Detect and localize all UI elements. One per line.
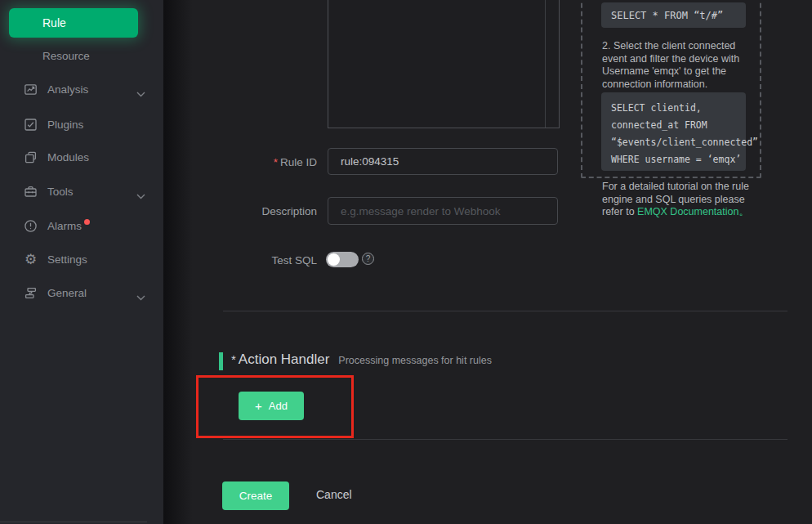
- alarm-notification-dot: [84, 219, 90, 225]
- sidebar-item-label: Rule: [42, 16, 66, 29]
- section-subtitle: Processing messages for hit rules: [338, 355, 492, 366]
- toolbox-icon: [24, 185, 38, 199]
- rule-id-label: *Rule ID: [204, 156, 317, 168]
- code-line: “$events/client_connected”: [611, 134, 746, 151]
- chevron-down-icon: [136, 291, 145, 303]
- sidebar-item-label: Resource: [42, 50, 90, 62]
- required-asterisk: *: [231, 352, 236, 366]
- sql-editor[interactable]: [328, 0, 560, 128]
- page: Rule Resource Analysis: [0, 0, 812, 524]
- sidebar-item-label: General: [47, 287, 87, 299]
- code-line: WHERE username = ‘emqx’: [611, 151, 746, 168]
- sitemap-icon: [24, 286, 38, 300]
- checkbox-icon: [24, 118, 38, 132]
- sidebar-item-alarms[interactable]: Alarms: [0, 217, 163, 235]
- section-divider: [223, 311, 787, 311]
- sql-example-1: SELECT * FROM “t/#”: [601, 2, 746, 28]
- sidebar-item-plugins[interactable]: Plugins: [0, 115, 163, 133]
- sidebar-item-modules[interactable]: Modules: [0, 148, 163, 166]
- cancel-button[interactable]: Cancel: [316, 488, 352, 501]
- section-title: Action Handler: [239, 352, 330, 368]
- plus-icon: +: [255, 399, 262, 413]
- sidebar-item-resource[interactable]: Resource: [0, 47, 163, 65]
- sidebar-item-analysis[interactable]: Analysis: [0, 80, 163, 98]
- gear-icon: ⚙: [24, 253, 38, 266]
- sidebar-item-settings[interactable]: ⚙ Settings: [0, 250, 163, 268]
- tutorial-text: For a detailed tutorial on the rule engi…: [602, 181, 759, 219]
- add-button-label: Add: [269, 400, 288, 412]
- test-sql-label: Test SQL: [204, 254, 317, 266]
- toggle-knob: [328, 253, 340, 266]
- help-icon[interactable]: ?: [362, 253, 374, 265]
- description-input[interactable]: [328, 197, 558, 225]
- sidebar-item-label: Tools: [47, 186, 74, 198]
- sql-example-2: SELECT clientid, connected_at FROM “$eve…: [601, 92, 746, 171]
- sidebar: Rule Resource Analysis: [0, 0, 163, 524]
- sql-editor-scrollbar-track[interactable]: [545, 0, 546, 128]
- help-step-2-text: 2. Select the client connected event and…: [602, 40, 757, 91]
- description-label: Description: [204, 205, 317, 217]
- sidebar-item-label: Alarms: [47, 220, 82, 232]
- sidebar-item-tools[interactable]: Tools: [0, 182, 163, 200]
- required-asterisk: *: [274, 156, 278, 168]
- chevron-down-icon: [136, 87, 145, 100]
- test-sql-toggle[interactable]: [326, 252, 359, 267]
- create-button[interactable]: Create: [222, 481, 289, 510]
- sidebar-item-label: Modules: [47, 151, 89, 163]
- emqx-documentation-link[interactable]: EMQX Documentation: [637, 206, 738, 217]
- chart-icon: [24, 83, 38, 96]
- sidebar-shadow: [163, 0, 193, 524]
- section-accent-bar: [219, 352, 223, 370]
- section-divider: [223, 439, 787, 440]
- sidebar-item-label: Settings: [47, 253, 87, 266]
- chevron-down-icon: [136, 190, 145, 202]
- action-handler-header: * Action Handler Processing messages for…: [231, 352, 492, 368]
- code-line: connected_at FROM: [611, 117, 746, 134]
- code-line: SELECT clientid,: [611, 100, 746, 117]
- alert-circle-icon: [24, 219, 38, 233]
- copy-stack-icon: [24, 150, 38, 164]
- sidebar-item-label: Analysis: [47, 83, 88, 96]
- sidebar-item-label: Plugins: [47, 119, 83, 131]
- rule-id-input[interactable]: [328, 148, 558, 175]
- sidebar-footer-divider: [0, 522, 147, 522]
- sidebar-item-rule[interactable]: Rule: [9, 8, 138, 38]
- sidebar-item-general[interactable]: General: [0, 284, 163, 302]
- add-action-button[interactable]: + Add: [239, 392, 304, 420]
